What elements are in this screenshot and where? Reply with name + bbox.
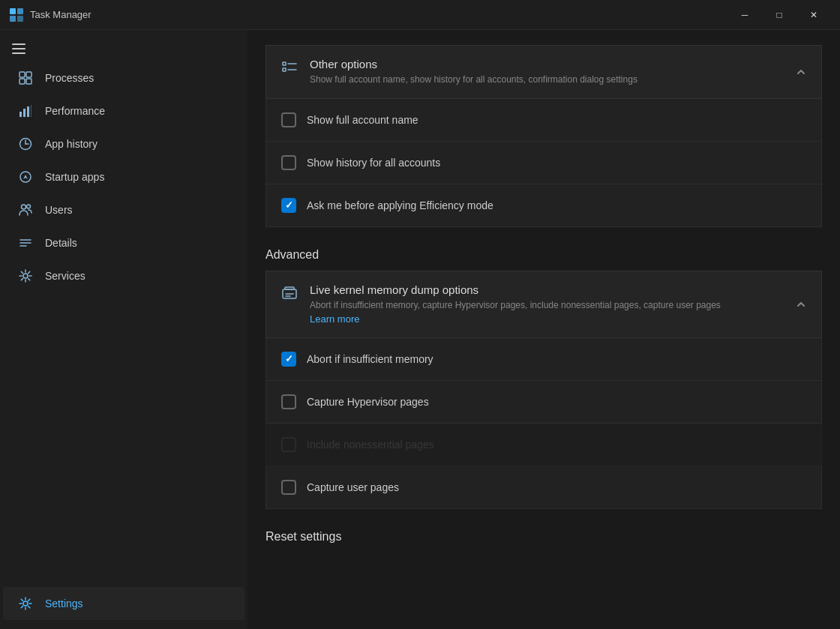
svg-rect-9 bbox=[20, 79, 25, 84]
svg-rect-4 bbox=[12, 43, 26, 45]
svg-rect-3 bbox=[17, 16, 23, 22]
processes-icon bbox=[18, 70, 33, 85]
details-icon bbox=[18, 235, 33, 250]
sidebar-item-app-history[interactable]: App history bbox=[3, 127, 244, 160]
svg-rect-7 bbox=[20, 72, 25, 77]
live-kernel-title: Live kernel memory dump options bbox=[310, 283, 721, 296]
svg-rect-27 bbox=[283, 68, 286, 71]
advanced-heading: Advanced bbox=[266, 248, 822, 262]
ask-efficiency-checkmark: ✓ bbox=[285, 200, 293, 210]
svg-rect-1 bbox=[17, 8, 23, 14]
app-history-icon bbox=[18, 136, 33, 151]
svg-rect-0 bbox=[10, 8, 16, 14]
sidebar-item-performance-label: Performance bbox=[45, 105, 105, 117]
sidebar-item-performance[interactable]: Performance bbox=[3, 94, 244, 127]
show-full-account-label: Show full account name bbox=[307, 114, 418, 126]
capture-user-row[interactable]: ✓ Capture user pages bbox=[266, 466, 822, 509]
abort-insufficient-checkbox[interactable]: ✓ bbox=[281, 352, 296, 367]
capture-hypervisor-label: Capture Hypervisor pages bbox=[307, 396, 429, 408]
learn-more-link[interactable]: Learn more bbox=[310, 313, 359, 325]
other-options-subtitle: Show full account name, show history for… bbox=[310, 73, 638, 86]
svg-point-19 bbox=[27, 205, 31, 208]
performance-icon bbox=[18, 103, 33, 118]
sidebar-item-processes[interactable]: Processes bbox=[3, 61, 244, 94]
capture-hypervisor-row[interactable]: ✓ Capture Hypervisor pages bbox=[266, 381, 822, 424]
minimize-button[interactable]: ─ bbox=[728, 3, 762, 27]
sidebar-item-app-history-label: App history bbox=[45, 138, 98, 150]
include-nonessential-checkbox: ✓ bbox=[281, 437, 296, 452]
svg-rect-12 bbox=[23, 109, 26, 117]
live-kernel-header[interactable]: Live kernel memory dump options Abort if… bbox=[266, 271, 822, 338]
capture-hypervisor-checkbox[interactable]: ✓ bbox=[281, 394, 296, 409]
abort-insufficient-checkmark: ✓ bbox=[285, 354, 293, 364]
sidebar-item-services-label: Services bbox=[45, 270, 86, 282]
sidebar-item-processes-label: Processes bbox=[45, 72, 94, 84]
svg-rect-10 bbox=[26, 79, 32, 84]
live-kernel-icon bbox=[281, 285, 298, 301]
maximize-button[interactable]: □ bbox=[762, 3, 796, 27]
ask-efficiency-checkbox[interactable]: ✓ bbox=[281, 198, 296, 213]
svg-rect-6 bbox=[12, 52, 26, 54]
sidebar-item-details[interactable]: Details bbox=[3, 226, 244, 259]
sidebar-item-settings[interactable]: Settings bbox=[3, 587, 244, 620]
svg-point-18 bbox=[22, 205, 26, 209]
svg-rect-8 bbox=[26, 72, 32, 77]
sidebar-item-services[interactable]: Services bbox=[3, 259, 244, 292]
svg-rect-5 bbox=[12, 48, 26, 49]
svg-rect-13 bbox=[27, 106, 29, 117]
sidebar-item-users[interactable]: Users bbox=[3, 193, 244, 226]
include-nonessential-row: ✓ Include nonessential pages bbox=[266, 424, 822, 466]
svg-rect-2 bbox=[10, 16, 16, 22]
other-options-header[interactable]: Other options Show full account name, sh… bbox=[266, 45, 822, 99]
hamburger-button[interactable] bbox=[0, 36, 248, 61]
ask-efficiency-label: Ask me before applying Efficiency mode bbox=[307, 199, 494, 211]
content-area: Other options Show full account name, sh… bbox=[248, 30, 840, 629]
svg-rect-30 bbox=[285, 287, 294, 289]
live-kernel-chevron bbox=[796, 299, 806, 310]
other-options-text: Other options Show full account name, sh… bbox=[310, 58, 638, 86]
svg-point-23 bbox=[23, 274, 28, 278]
capture-user-checkbox[interactable]: ✓ bbox=[281, 480, 296, 495]
window-controls: ─ □ ✕ bbox=[728, 3, 831, 27]
capture-user-label: Capture user pages bbox=[307, 481, 399, 493]
svg-point-24 bbox=[23, 601, 28, 606]
app-title: Task Manager bbox=[30, 9, 728, 20]
sidebar-settings-label: Settings bbox=[45, 598, 83, 610]
app-icon bbox=[9, 7, 24, 22]
sidebar-item-startup-apps-label: Startup apps bbox=[45, 171, 104, 183]
settings-icon bbox=[18, 596, 33, 611]
sidebar-spacer bbox=[0, 292, 248, 587]
startup-apps-icon bbox=[18, 169, 33, 184]
other-options-title: Other options bbox=[310, 58, 638, 70]
show-history-all-row[interactable]: ✓ Show history for all accounts bbox=[266, 142, 822, 184]
other-options-header-left: Other options Show full account name, sh… bbox=[281, 58, 638, 86]
show-history-all-label: Show history for all accounts bbox=[307, 157, 440, 169]
other-options-chevron bbox=[796, 67, 806, 77]
abort-insufficient-label: Abort if insufficient memory bbox=[307, 353, 434, 365]
main-container: Processes Performance bbox=[0, 30, 840, 629]
live-kernel-text: Live kernel memory dump options Abort if… bbox=[310, 283, 721, 325]
live-kernel-subtitle: Abort if insufficient memory, capture Hy… bbox=[310, 299, 721, 312]
sidebar-item-startup-apps[interactable]: Startup apps bbox=[3, 160, 244, 193]
sidebar-item-users-label: Users bbox=[45, 204, 73, 216]
live-kernel-header-left: Live kernel memory dump options Abort if… bbox=[281, 283, 721, 325]
show-full-account-row[interactable]: ✓ Show full account name bbox=[266, 99, 822, 142]
other-options-icon bbox=[281, 59, 298, 76]
ask-efficiency-row[interactable]: ✓ Ask me before applying Efficiency mode bbox=[266, 184, 822, 227]
show-history-all-checkbox[interactable]: ✓ bbox=[281, 155, 296, 170]
sidebar-item-details-label: Details bbox=[45, 237, 77, 249]
services-icon bbox=[18, 268, 33, 283]
reset-settings-heading: Reset settings bbox=[266, 530, 822, 544]
hamburger-icon bbox=[12, 43, 26, 54]
sidebar: Processes Performance bbox=[0, 30, 248, 629]
svg-rect-25 bbox=[283, 62, 286, 65]
titlebar: Task Manager ─ □ ✕ bbox=[0, 0, 840, 30]
svg-rect-14 bbox=[31, 105, 32, 117]
svg-rect-11 bbox=[20, 112, 22, 117]
include-nonessential-label: Include nonessential pages bbox=[307, 439, 434, 451]
abort-insufficient-row[interactable]: ✓ Abort if insufficient memory bbox=[266, 338, 822, 381]
show-full-account-checkbox[interactable]: ✓ bbox=[281, 112, 296, 127]
users-icon bbox=[18, 202, 33, 217]
close-button[interactable]: ✕ bbox=[796, 3, 831, 27]
